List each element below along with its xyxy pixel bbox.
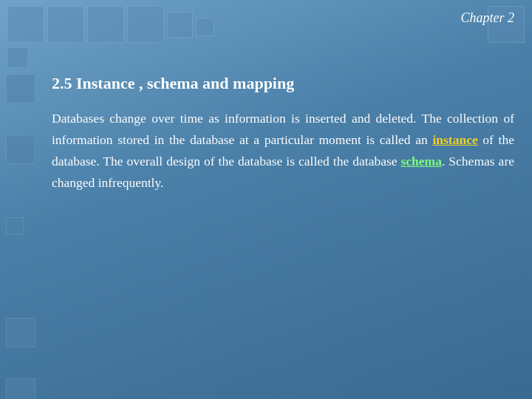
schema-highlight: schema xyxy=(401,154,442,168)
instance-highlight: instance xyxy=(432,132,477,147)
deco-square xyxy=(87,6,124,43)
deco-square xyxy=(127,6,164,43)
deco-square-left xyxy=(6,378,35,399)
deco-square-left-sm xyxy=(6,217,24,235)
deco-square-left xyxy=(6,134,35,164)
body-paragraph: Databases change over time as informatio… xyxy=(52,108,514,194)
deco-square-left xyxy=(6,74,35,103)
slide: Chapter 2 2.5 Instance , schema and mapp… xyxy=(0,0,532,399)
deco-square xyxy=(47,6,84,43)
deco-square-sm xyxy=(7,47,28,68)
main-content: 2.5 Instance , schema and mapping Databa… xyxy=(52,74,514,384)
section-title: 2.5 Instance , schema and mapping xyxy=(52,74,514,93)
chapter-label: Chapter 2 xyxy=(460,10,514,26)
top-row2-squares xyxy=(7,47,28,68)
deco-square-left xyxy=(6,318,35,347)
top-decorative-squares xyxy=(7,6,525,43)
deco-square xyxy=(7,6,44,43)
left-decorative-squares xyxy=(6,74,35,399)
deco-square xyxy=(167,12,193,38)
deco-square xyxy=(196,18,214,36)
